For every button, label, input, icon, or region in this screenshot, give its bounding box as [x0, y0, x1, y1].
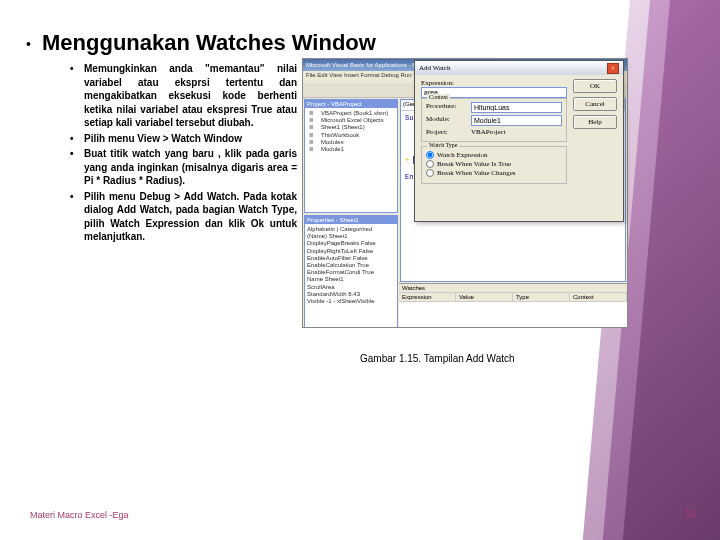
prop-row[interactable]: ScrollArea: [307, 284, 395, 291]
tree-item[interactable]: ThisWorkbook: [307, 132, 395, 139]
prop-row[interactable]: EnableAutoFilter False: [307, 255, 395, 262]
radio-watch-expression[interactable]: Watch Expression: [426, 151, 562, 159]
tree-item[interactable]: Module1: [307, 146, 395, 153]
project-value: VBAProject: [471, 128, 506, 136]
ok-button[interactable]: OK: [573, 79, 617, 93]
dialog-titlebar: Add Watch ×: [415, 61, 623, 75]
properties-title: Properties - Sheet1: [305, 216, 397, 224]
radio-break-true[interactable]: Break When Value Is True: [426, 160, 562, 168]
prop-row[interactable]: DisplayPageBreaks False: [307, 240, 395, 247]
close-icon[interactable]: ×: [607, 63, 619, 74]
context-label: Context: [427, 94, 450, 100]
prop-row[interactable]: Visible -1 - xlSheetVisible: [307, 298, 395, 305]
cancel-button[interactable]: Cancel: [573, 97, 617, 111]
bullet-2: Pilih menu View > Watch Window: [70, 132, 297, 146]
watches-pane[interactable]: Watches Expression Value Type Context: [399, 283, 627, 328]
watch-type-group: Watch Type Watch Expression Break When V…: [421, 146, 567, 184]
add-watch-dialog: Add Watch × Expression: Context Procedur…: [414, 60, 624, 222]
procedure-select[interactable]: [471, 102, 562, 113]
bullet-1: Memungkinkan anda "memantau" nilai varia…: [70, 62, 297, 130]
watches-col-type[interactable]: Type: [513, 293, 570, 301]
help-button[interactable]: Help: [573, 115, 617, 129]
project-title: Project - VBAProject: [305, 100, 397, 108]
page-number: 16: [685, 509, 696, 520]
figure-caption: Gambar 1.15. Tampilan Add Watch: [360, 353, 515, 364]
watch-type-label: Watch Type: [427, 142, 459, 148]
tree-item[interactable]: Sheet1 (Sheet1): [307, 124, 395, 131]
prop-row[interactable]: StandardWidth 8.43: [307, 291, 395, 298]
slide-title: Menggunakan Watches Window: [42, 30, 376, 56]
procedure-label: Procedure:: [426, 102, 468, 113]
slide: • Menggunakan Watches Window Memungkinka…: [0, 0, 720, 540]
prop-row[interactable]: Name Sheet1: [307, 276, 395, 283]
tree-item[interactable]: VBAProject (Book1.xlsm): [307, 110, 395, 117]
expression-label: Expression:: [421, 79, 567, 87]
module-label: Module:: [426, 115, 468, 126]
context-group: Context Procedure: Module: Project: VBAP…: [421, 98, 567, 142]
properties-pane[interactable]: Properties - Sheet1 Alphabetic | Categor…: [304, 215, 398, 328]
bullet-3: Buat titik watch yang baru , klik pada g…: [70, 147, 297, 188]
footer-author: Materi Macro Excel -Ega: [30, 510, 129, 520]
watches-title: Watches: [399, 284, 627, 292]
prop-row[interactable]: EnableCalculation True: [307, 262, 395, 269]
bullet-4: Pilih menu Debug > Add Watch. Pada kotak…: [70, 190, 297, 244]
radio-break-changes[interactable]: Break When Value Changes: [426, 169, 562, 177]
prop-row[interactable]: DisplayRightToLeft False: [307, 248, 395, 255]
module-select[interactable]: [471, 115, 562, 126]
tree-item[interactable]: Microsoft Excel Objects: [307, 117, 395, 124]
tree-item[interactable]: Modules: [307, 139, 395, 146]
watches-col-value[interactable]: Value: [456, 293, 513, 301]
prop-tabs[interactable]: Alphabetic | Categorized: [307, 226, 395, 233]
breakpoint-arrow-icon: ➔: [405, 156, 409, 164]
watches-col-context[interactable]: Context: [570, 293, 627, 301]
project-explorer[interactable]: Project - VBAProject VBAProject (Book1.x…: [304, 99, 398, 213]
prop-row[interactable]: EnableFormatCondi True: [307, 269, 395, 276]
watches-col-expr[interactable]: Expression: [399, 293, 456, 301]
slide-body: Memungkinkan anda "memantau" nilai varia…: [70, 62, 297, 246]
prop-row[interactable]: (Name) Sheet1: [307, 233, 395, 240]
dialog-title: Add Watch: [419, 64, 450, 72]
bullet-icon: •: [26, 36, 31, 52]
project-label: Project:: [426, 128, 468, 136]
